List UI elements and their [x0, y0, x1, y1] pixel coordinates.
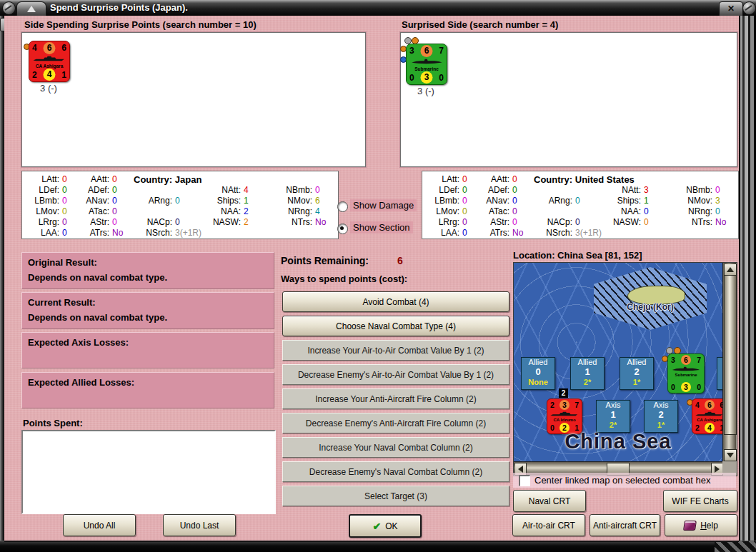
counter-name: CA Ashigara — [692, 418, 722, 422]
decrease-enemy-air-to-air-button[interactable]: Decrease Enemy's Air-to-Air Combat Value… — [282, 364, 509, 385]
button-label: Select Target (3) — [364, 491, 427, 501]
map-counter-ca-ashigara[interactable]: 4 6 6 CA Ashigara 2 4 1 — [692, 398, 722, 434]
window-menu-button[interactable] — [16, 1, 46, 16]
anti-aircraft-crt-button[interactable]: Anti-aircraft CRT — [590, 514, 660, 536]
stat-astr: AStr:0 — [75, 217, 117, 227]
box-sub: 1* — [645, 420, 677, 430]
counter-value: 7 — [575, 401, 579, 409]
ok-button[interactable]: ✔ OK — [349, 514, 422, 538]
points-spent-label: Points Spent: — [23, 418, 83, 428]
stat-adef: ADef:0 — [75, 185, 117, 195]
stat-ldef: LDef:0 — [26, 185, 67, 195]
box-sub: None — [522, 377, 554, 387]
button-label-mnemonic: H — [700, 521, 707, 531]
button-label: Choose Naval Combat Type (4) — [336, 321, 456, 331]
button-label: elp — [707, 521, 718, 531]
unit-counter-submarine[interactable]: 3 6 7 Submarine 0 3 0 — [406, 44, 447, 85]
unit-counter-ca-ashigara[interactable]: 4 6 6 CA Ashigara 2 4 1 — [29, 41, 70, 82]
decrease-enemy-anti-aircraft-button[interactable]: Decrease Enemy's Anti-Aircraft Fire Colu… — [282, 413, 509, 433]
decrease-enemy-naval-combat-column-button[interactable]: Decrease Enemy's Naval Combat Column (2) — [282, 461, 509, 482]
button-label: Decrease Enemy's Air-to-Air Combat Value… — [298, 370, 494, 380]
counter-value: 3 — [409, 46, 414, 56]
button-label: Decrease Enemy's Naval Combat Column (2) — [309, 467, 482, 477]
cruiser-silhouette-icon — [32, 55, 66, 62]
counter-value-move: 3 — [681, 382, 691, 392]
map-box-allied-2[interactable]: Allied 2 1* — [620, 357, 654, 390]
map-box-partial — [717, 357, 722, 390]
stat-nacp: NACp:0 — [534, 217, 580, 227]
undo-all-button[interactable]: Undo All — [63, 514, 136, 536]
stat-atac: ATac:0 — [475, 206, 517, 216]
map-counter-submarine[interactable]: 3 6 7 Submarine 0 3 0 — [667, 353, 705, 393]
counter-value: 0 — [439, 73, 444, 83]
stat-ntrs: NTrs:No — [672, 217, 726, 227]
points-spent-list[interactable] — [21, 430, 276, 514]
stat-lmov: LMov:0 — [427, 206, 467, 216]
map-sea-area[interactable]: Cheju (Kor) Allied 0 None Allied 1 2* Al… — [514, 263, 722, 461]
counter-caption: 3 (-) — [29, 83, 69, 94]
counter-value: 0 — [697, 383, 701, 391]
counter-value: 4 — [32, 43, 37, 53]
map-box-axis-1[interactable]: Axis 1 2* — [596, 400, 630, 433]
button-label: Decrease Enemy's Anti-Aircraft Fire Colu… — [306, 418, 486, 428]
box-sub: 2* — [597, 420, 630, 430]
spending-side-stats-panel: Country: Japan LAtt:0 LDef:0 LBmb:0 LMov… — [21, 171, 339, 239]
cheju-hex[interactable] — [594, 267, 707, 330]
air-to-air-crt-button[interactable]: Air-to-air CRT — [512, 514, 585, 536]
surprised-side-unit-list[interactable] — [400, 32, 737, 167]
map-box-axis-2[interactable]: Axis 2 1* — [644, 400, 678, 433]
stat-nacp: NACp:0 — [134, 217, 180, 227]
increase-anti-aircraft-button[interactable]: Increase Your Anti-Aircraft Fire Column … — [282, 388, 509, 409]
undo-last-button[interactable]: Undo Last — [163, 514, 236, 536]
help-button[interactable]: Help — [665, 514, 737, 536]
arrow-right-icon — [715, 466, 720, 473]
show-section-label[interactable]: Show Section — [350, 221, 413, 234]
show-damage-radio[interactable] — [337, 201, 348, 212]
map-vertical-scrollbar[interactable] — [722, 263, 736, 461]
spending-side-unit-list[interactable] — [21, 32, 366, 167]
stat-natt: NAtt:4 — [201, 185, 249, 195]
map-counter-ca-idzumo[interactable]: 2 3 7 CA Idzumo 0 2 1 — [547, 398, 582, 434]
scroll-up-button[interactable] — [724, 264, 737, 276]
counter-value-range: 3 — [559, 400, 570, 410]
stat-laa: LAA:0 — [26, 228, 67, 238]
increase-naval-combat-column-button[interactable]: Increase Your Naval Combat Column (2) — [282, 437, 509, 458]
stat-nasw: NASW:0 — [601, 217, 649, 227]
scroll-down-button[interactable] — [724, 449, 737, 461]
close-button[interactable]: ✕ — [719, 1, 743, 16]
show-damage-label[interactable]: Show Damage — [350, 199, 417, 211]
stat-atrs: ATrs:No — [75, 228, 123, 238]
center-map-checkbox[interactable] — [519, 475, 530, 486]
title-bar[interactable]: Spend Surprise Points (Japan). ✕ — [0, 0, 756, 16]
spending-side-header: Side Spending Surprise Points (search nu… — [24, 19, 257, 30]
counter-value: 1 — [61, 70, 66, 80]
stat-nbmb: NBmb:0 — [272, 185, 320, 195]
center-map-checkbox-label[interactable]: Center linked map on selected combat hex — [534, 475, 710, 486]
wif-fe-charts-button[interactable]: WIF FE Charts — [663, 490, 737, 512]
map-box-allied-0[interactable]: Allied 0 None — [521, 357, 555, 390]
button-label: Undo Last — [180, 521, 219, 531]
button-label: Increase Your Air-to-Air Combat Value By… — [307, 346, 484, 356]
vertical-scroll-thumb[interactable] — [724, 275, 737, 435]
choose-naval-combat-type-button[interactable]: Choose Naval Combat Type (4) — [282, 316, 509, 336]
arrow-up-icon — [727, 267, 734, 272]
select-target-button[interactable]: Select Target (3) — [282, 486, 509, 506]
stat-laa: LAA:0 — [427, 228, 467, 238]
window-right-edge — [739, 16, 756, 541]
map-box-allied-1[interactable]: Allied 1 2* — [570, 357, 605, 390]
help-book-icon — [683, 521, 697, 531]
show-section-radio[interactable] — [337, 224, 348, 234]
naval-crt-button[interactable]: Naval CRT — [513, 490, 586, 512]
stat-nasw: NASW:2 — [201, 217, 249, 227]
counter-value: 7 — [439, 46, 444, 56]
resize-grip[interactable] — [715, 541, 756, 552]
current-result-panel: Current Result: Depends on naval combat … — [21, 292, 274, 329]
country-label: Country: Japan — [134, 174, 202, 185]
avoid-combat-button[interactable]: Avoid Combat (4) — [282, 291, 509, 312]
increase-air-to-air-button[interactable]: Increase Your Air-to-Air Combat Value By… — [282, 340, 509, 361]
cruiser-silhouette-icon — [695, 411, 722, 417]
combat-map: Cheju (Kor) Allied 0 None Allied 1 2* Al… — [513, 262, 737, 476]
stat-naa: NAA:2 — [201, 206, 249, 216]
stat-ldef: LDef:0 — [427, 185, 467, 195]
cheju-hex-label: Cheju (Kor) — [594, 302, 707, 312]
